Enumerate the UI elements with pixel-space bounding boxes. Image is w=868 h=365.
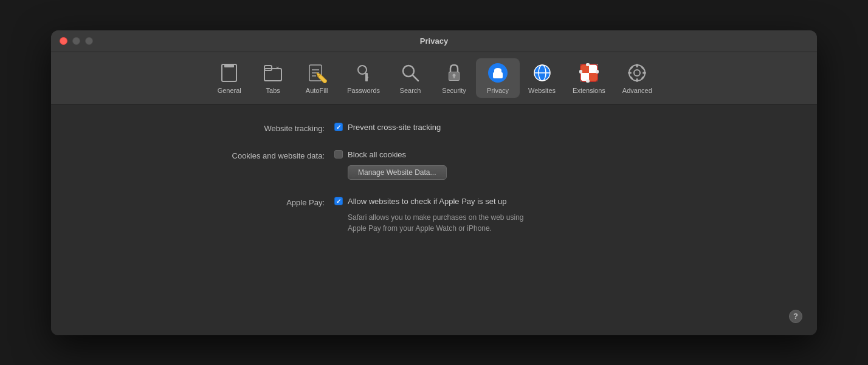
traffic-lights	[60, 37, 93, 45]
apple-pay-row: Apple Pay: Allow websites to check if Ap…	[191, 197, 677, 234]
svg-rect-21	[453, 76, 455, 78]
svg-point-39	[634, 70, 640, 76]
website-tracking-label: Website tracking:	[191, 123, 325, 133]
tab-extensions-label: Extensions	[573, 87, 605, 94]
website-tracking-row: Website tracking: Prevent cross-site tra…	[191, 123, 677, 133]
maximize-button[interactable]	[85, 37, 93, 45]
security-icon	[443, 62, 465, 84]
privacy-icon	[487, 62, 509, 84]
tab-search-label: Search	[400, 87, 421, 94]
svg-rect-15	[365, 79, 368, 81]
tab-tabs[interactable]: × Tabs	[251, 58, 295, 98]
apple-pay-checkbox-row: Allow websites to check if Apple Pay is …	[334, 197, 524, 206]
content-area: Website tracking: Prevent cross-site tra…	[51, 104, 817, 335]
preferences-window: Privacy General × Tabs	[51, 30, 817, 335]
svg-rect-23	[493, 72, 503, 78]
cookies-controls: Block all cookies Manage Website Data...	[334, 150, 447, 180]
tab-advanced[interactable]: Advanced	[614, 58, 661, 98]
tab-privacy[interactable]: Privacy	[476, 58, 520, 98]
tab-security-label: Security	[442, 87, 466, 94]
svg-rect-42	[628, 72, 632, 73]
window-title: Privacy	[420, 36, 448, 46]
passwords-icon	[353, 62, 374, 84]
tab-autofill-label: AutoFill	[306, 87, 328, 94]
settings-grid: Website tracking: Prevent cross-site tra…	[191, 123, 677, 234]
help-button[interactable]: ?	[789, 310, 802, 323]
prevent-tracking-checkbox[interactable]	[334, 123, 343, 131]
autofill-icon	[306, 62, 328, 84]
block-cookies-label: Block all cookies	[348, 150, 406, 159]
tab-websites[interactable]: Websites	[520, 58, 564, 98]
cookies-label: Cookies and website data:	[191, 150, 325, 160]
svg-text:×: ×	[276, 65, 279, 71]
websites-icon	[531, 62, 553, 84]
block-cookies-checkbox[interactable]	[334, 150, 343, 159]
tab-passwords[interactable]: Passwords	[339, 58, 388, 98]
block-cookies-row: Block all cookies	[334, 150, 447, 159]
svg-point-12	[358, 66, 367, 74]
website-tracking-controls: Prevent cross-site tracking	[334, 123, 441, 132]
tab-security[interactable]: Security	[432, 58, 476, 98]
tab-general[interactable]: General	[207, 58, 251, 98]
apple-pay-checkbox-label: Allow websites to check if Apple Pay is …	[348, 197, 507, 206]
svg-rect-37	[596, 70, 599, 73]
svg-rect-36	[579, 70, 582, 73]
tab-extensions[interactable]: Extensions	[564, 58, 614, 98]
tab-advanced-label: Advanced	[622, 87, 652, 94]
apple-pay-checkbox[interactable]	[334, 197, 343, 205]
cookies-row: Cookies and website data: Block all cook…	[191, 150, 677, 180]
general-icon	[218, 62, 240, 84]
titlebar: Privacy	[51, 30, 817, 52]
search-icon	[399, 62, 421, 84]
toolbar: General × Tabs	[51, 52, 817, 104]
tab-websites-label: Websites	[528, 87, 556, 94]
tab-privacy-label: Privacy	[487, 87, 509, 94]
tabs-icon: ×	[262, 62, 284, 84]
svg-rect-34	[586, 63, 590, 66]
tab-search[interactable]: Search	[388, 58, 432, 98]
tab-autofill[interactable]: AutoFill	[295, 58, 339, 98]
prevent-tracking-row: Prevent cross-site tracking	[334, 123, 441, 132]
minimize-button[interactable]	[72, 37, 80, 45]
svg-rect-43	[642, 72, 646, 73]
tab-general-label: General	[218, 87, 241, 94]
apple-pay-controls: Allow websites to check if Apple Pay is …	[334, 197, 524, 234]
advanced-icon	[626, 62, 648, 84]
svg-rect-40	[636, 64, 638, 67]
prevent-tracking-label: Prevent cross-site tracking	[348, 123, 441, 132]
manage-website-data-button[interactable]: Manage Website Data...	[348, 165, 447, 180]
svg-rect-41	[636, 78, 638, 82]
apple-pay-label: Apple Pay:	[191, 197, 325, 207]
svg-line-17	[413, 75, 418, 81]
svg-rect-35	[586, 80, 590, 83]
apple-pay-description: Safari allows you to make purchases on t…	[348, 212, 524, 234]
tab-passwords-label: Passwords	[347, 87, 380, 94]
extensions-icon	[578, 62, 600, 84]
svg-rect-14	[365, 77, 368, 78]
svg-rect-1	[224, 64, 234, 67]
close-button[interactable]	[60, 37, 67, 45]
tab-tabs-label: Tabs	[266, 87, 280, 94]
